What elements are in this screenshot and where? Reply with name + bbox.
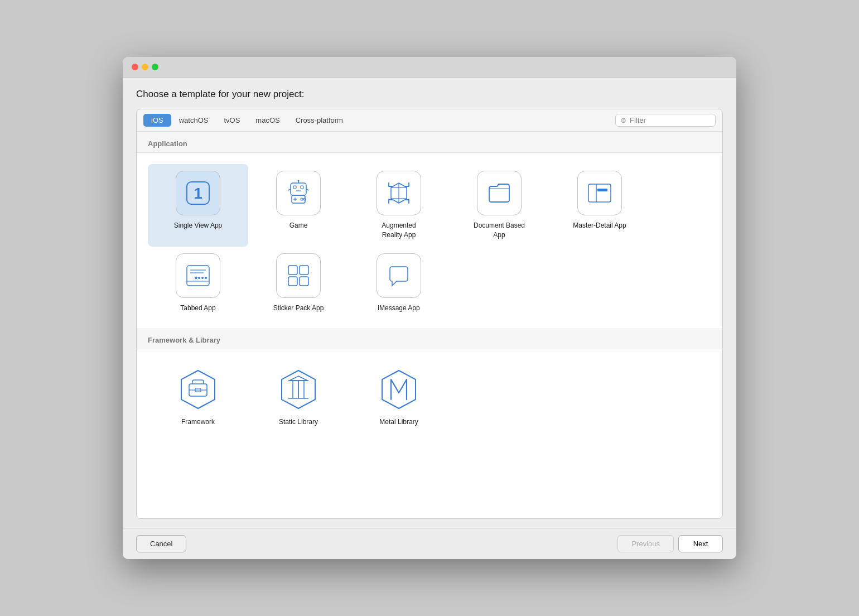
nav-buttons: Previous Next xyxy=(617,535,723,552)
window-controls xyxy=(132,64,158,70)
template-single-view-app[interactable]: 1 Single View App xyxy=(148,164,248,247)
template-master-detail-app[interactable]: Master-Detail App xyxy=(549,164,650,247)
imessage-app-icon-box xyxy=(377,253,421,298)
svg-point-26 xyxy=(201,277,204,279)
master-detail-app-icon-box xyxy=(577,171,622,215)
close-button[interactable] xyxy=(132,64,138,70)
template-game[interactable]: Game xyxy=(248,164,349,247)
tabbed-app-label: Tabbed App xyxy=(180,304,215,313)
template-tabbed-app[interactable]: ★ Tabbed App xyxy=(148,247,248,320)
main-window: Choose a template for your new project: … xyxy=(123,57,736,559)
svg-text:1: 1 xyxy=(194,185,202,202)
tab-crossplatform[interactable]: Cross-platform xyxy=(288,114,351,127)
svg-rect-30 xyxy=(288,266,297,275)
single-view-app-icon-box: 1 xyxy=(176,171,220,215)
template-static-library[interactable]: Static Library xyxy=(248,360,349,434)
svg-rect-19 xyxy=(588,184,611,202)
svg-point-13 xyxy=(301,198,303,200)
game-label: Game xyxy=(289,221,308,230)
footer: Cancel Previous Next xyxy=(123,528,736,559)
sticker-pack-app-icon-box xyxy=(276,253,321,298)
application-grid: 1 Single View App xyxy=(137,153,722,328)
tab-watchos[interactable]: watchOS xyxy=(171,114,216,127)
svg-marker-43 xyxy=(289,376,307,381)
svg-rect-33 xyxy=(300,277,308,286)
framework-label: Framework xyxy=(181,417,215,427)
svg-point-25 xyxy=(198,277,200,279)
metal-library-icon xyxy=(377,367,421,412)
section-header-application: Application xyxy=(137,132,722,153)
svg-rect-31 xyxy=(300,266,308,275)
scroll-area[interactable]: Application 1 Single View App xyxy=(137,132,722,518)
svg-point-27 xyxy=(205,277,207,279)
title-bar xyxy=(123,57,736,78)
framework-icon-box xyxy=(176,367,220,412)
template-sticker-pack-app[interactable]: Sticker Pack App xyxy=(248,247,349,320)
svg-rect-3 xyxy=(293,186,296,189)
game-icon-box xyxy=(276,171,321,215)
section-header-framework-library: Framework & Library xyxy=(137,328,722,349)
page-title: Choose a template for your new project: xyxy=(136,89,723,100)
ar-app-label: AugmentedReality App xyxy=(382,221,416,240)
svg-rect-32 xyxy=(288,277,297,286)
svg-marker-45 xyxy=(382,370,416,408)
template-framework[interactable]: Framework xyxy=(148,360,248,434)
document-based-app-label: Document BasedApp xyxy=(474,221,525,240)
single-view-app-icon: 1 xyxy=(184,179,213,208)
svg-rect-4 xyxy=(301,186,303,189)
next-button[interactable]: Next xyxy=(678,535,723,552)
document-based-app-icon xyxy=(485,179,514,208)
template-document-based-app[interactable]: Document BasedApp xyxy=(449,164,549,247)
document-based-app-icon-box xyxy=(477,171,522,215)
tabbed-app-icon-box: ★ xyxy=(176,253,220,298)
svg-marker-34 xyxy=(181,370,215,408)
imessage-app-label: iMessage App xyxy=(378,304,419,313)
static-library-icon xyxy=(276,367,321,412)
tabbed-app-icon: ★ xyxy=(184,261,213,290)
master-detail-app-icon xyxy=(585,179,614,208)
static-library-icon-box xyxy=(276,367,321,412)
cancel-button[interactable]: Cancel xyxy=(136,535,186,552)
imessage-app-icon xyxy=(384,261,413,290)
single-view-app-label: Single View App xyxy=(174,221,223,230)
metal-library-label: Metal Library xyxy=(379,417,418,427)
svg-text:★: ★ xyxy=(194,275,199,281)
platform-tabs: iOS watchOS tvOS macOS Cross-platform ⊜ xyxy=(137,109,722,132)
sticker-pack-app-icon xyxy=(284,261,313,290)
framework-library-grid: Framework xyxy=(137,349,722,442)
tab-tvos[interactable]: tvOS xyxy=(216,114,248,127)
sticker-pack-app-label: Sticker Pack App xyxy=(273,304,324,313)
minimize-button[interactable] xyxy=(142,64,148,70)
template-panel: iOS watchOS tvOS macOS Cross-platform ⊜ … xyxy=(136,109,723,519)
master-detail-app-label: Master-Detail App xyxy=(573,221,626,230)
filter-box: ⊜ xyxy=(615,114,716,127)
content-area: Choose a template for your new project: … xyxy=(123,78,736,528)
svg-rect-2 xyxy=(291,183,306,195)
svg-point-7 xyxy=(298,180,300,182)
ar-app-icon xyxy=(384,179,413,208)
game-icon xyxy=(284,179,313,208)
template-ar-app[interactable]: AugmentedReality App xyxy=(349,164,449,247)
tab-macos[interactable]: macOS xyxy=(248,114,287,127)
previous-button[interactable]: Previous xyxy=(617,535,674,552)
metal-library-icon-box xyxy=(377,367,421,412)
tab-ios[interactable]: iOS xyxy=(143,114,171,127)
filter-icon: ⊜ xyxy=(620,116,626,124)
ar-app-icon-box xyxy=(377,171,421,215)
template-metal-library[interactable]: Metal Library xyxy=(349,360,449,434)
static-library-label: Static Library xyxy=(279,417,318,427)
svg-point-14 xyxy=(303,198,306,200)
template-imessage-app[interactable]: iMessage App xyxy=(349,247,449,320)
filter-input[interactable] xyxy=(630,116,702,124)
framework-icon xyxy=(176,367,220,412)
maximize-button[interactable] xyxy=(152,64,158,70)
svg-rect-21 xyxy=(597,189,607,191)
